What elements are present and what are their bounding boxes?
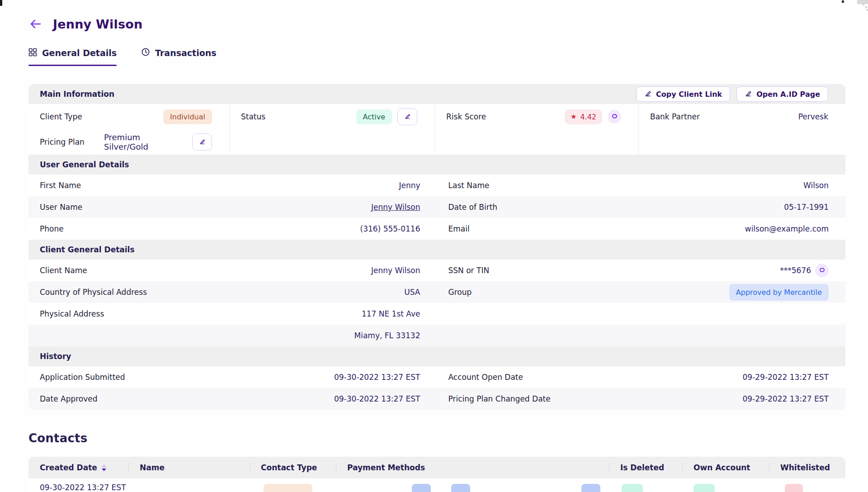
section-title: Client General Details <box>40 245 135 254</box>
column-header-created-date[interactable]: Created Date <box>28 457 128 478</box>
field-label: Email <box>448 224 470 233</box>
arrow-left-icon <box>29 17 42 32</box>
link-icon <box>819 267 826 274</box>
button-label: Open A.ID Page <box>756 90 820 99</box>
column-label: Is Deleted <box>620 463 664 472</box>
tab-transactions[interactable]: Transactions <box>141 47 216 66</box>
grid-icon <box>28 48 37 58</box>
contacts-title: Contacts <box>28 431 868 445</box>
bank-partner-value: Pervesk <box>798 112 828 121</box>
detail-row: Phone (316) 555-0116 Email wilson@exampl… <box>28 218 845 240</box>
field-label: User Name <box>40 203 82 212</box>
main-information-grid: Client Type Individual Status Active Ris… <box>28 104 845 155</box>
button-label: Copy Client Link <box>656 90 722 99</box>
tab-label: Transactions <box>155 48 216 58</box>
pencil-icon <box>644 90 651 99</box>
detail-row: Application Submitted 09-30-2022 13:27 E… <box>28 366 845 388</box>
field-label: Last Name <box>448 181 490 190</box>
sort-icon[interactable] <box>102 464 106 471</box>
detail-row: Client Name Jenny Wilson SSN or TIN ***5… <box>28 260 845 281</box>
field-label: Date Approved <box>40 394 98 403</box>
payment-method-badge <box>412 484 431 492</box>
contacts-table: Created Date Name Contact Type Payment M… <box>28 457 845 492</box>
aid-link-button[interactable] <box>815 264 829 277</box>
column-label: Contact Type <box>261 463 317 472</box>
field-value: Miamy, FL 33132 <box>354 331 420 340</box>
column-label: Name <box>140 463 165 472</box>
risk-score-value: 4.42 <box>580 113 596 121</box>
detail-row: Date Approved 09-30-2022 13:27 EST Prici… <box>28 388 845 410</box>
detail-row: Country of Physical Address USA Group Ap… <box>28 281 845 303</box>
field-label: Risk Score <box>446 112 486 121</box>
column-header-contact-type: Contact Type <box>250 457 336 478</box>
pencil-icon <box>404 113 411 121</box>
link-icon <box>611 114 618 120</box>
own-account-badge <box>693 484 715 492</box>
edit-status-button[interactable] <box>397 108 417 125</box>
field-label: Status <box>241 112 265 121</box>
created-date-cell: 09-30-2022 13:27 EST <box>40 483 126 492</box>
section-title: User General Details <box>40 160 129 169</box>
field-label: Client Type <box>40 112 82 121</box>
empty-cell <box>639 129 845 155</box>
back-button[interactable] <box>28 17 43 32</box>
pencil-icon <box>745 90 752 99</box>
group-badge: Approved by Mercantile <box>729 284 829 301</box>
detail-row: User Name Jenny Wilson Date of Birth 05-… <box>28 196 845 218</box>
details-card: Main Information Copy Client Link Open A… <box>28 84 845 410</box>
contacts-table-header: Created Date Name Contact Type Payment M… <box>28 457 845 478</box>
field-value: USA <box>404 288 420 297</box>
is-deleted-badge <box>622 484 643 492</box>
history-header: History <box>28 346 845 366</box>
field-label: Account Open Date <box>448 373 523 382</box>
tab-general-details[interactable]: General Details <box>28 47 117 66</box>
empty-cell <box>435 129 639 155</box>
section-title: Main Information <box>40 90 114 99</box>
field-label: Pricing Plan Changed Date <box>448 394 551 403</box>
pencil-icon <box>199 138 206 146</box>
field-label: Bank Partner <box>650 112 700 121</box>
field-value: 09-29-2022 13:27 EST <box>742 394 829 403</box>
edit-pricing-plan-button[interactable] <box>192 133 212 151</box>
user-name-link[interactable]: Jenny Wilson <box>371 203 420 212</box>
field-value: wilson@example.com <box>745 224 829 233</box>
table-row[interactable]: 09-30-2022 13:27 EST <box>28 478 845 492</box>
client-general-details-header: Client General Details <box>28 240 845 260</box>
field-value: 09-30-2022 13:27 EST <box>334 373 420 382</box>
field-label: Date of Birth <box>448 203 498 212</box>
field-value: 05-17-1991 <box>784 203 829 212</box>
column-label: Created Date <box>40 463 97 472</box>
column-label: Whitelisted <box>780 463 830 472</box>
risk-score-cell: Risk Score ★ 4.42 <box>435 104 639 129</box>
field-label: First Name <box>40 181 81 190</box>
field-label: SSN or TIN <box>448 266 490 275</box>
column-header-name: Name <box>128 457 250 478</box>
column-header-own-account: Own Account <box>682 457 769 478</box>
field-label: Pricing Plan <box>40 137 104 147</box>
field-value: Wilson <box>803 181 829 190</box>
field-value: Jenny Wilson <box>371 266 420 275</box>
client-type-cell: Client Type Individual <box>28 104 230 129</box>
risk-score-badge: ★ 4.42 <box>565 109 602 124</box>
field-value: Jenny <box>399 181 420 190</box>
field-label: Phone <box>40 224 64 233</box>
tab-bar: General Details Transactions <box>28 47 868 66</box>
star-icon: ★ <box>571 114 576 120</box>
field-label: Client Name <box>40 266 87 275</box>
client-type-badge: Individual <box>163 109 212 124</box>
column-label: Payment Methods <box>347 463 425 472</box>
field-value: 117 NE 1st Ave <box>362 309 420 318</box>
status-badge: Active <box>356 109 392 124</box>
section-title: History <box>40 352 71 361</box>
open-aid-page-button[interactable]: Open A.ID Page <box>736 86 828 102</box>
detail-row: Physical Address 117 NE 1st Ave <box>28 303 845 325</box>
ssn-value: ***5676 <box>780 266 811 275</box>
field-value: (316) 555-0116 <box>360 224 420 233</box>
aid-link-button[interactable] <box>608 110 621 123</box>
copy-client-link-button[interactable]: Copy Client Link <box>636 86 730 102</box>
client-details-page: { "page": { "title": "Jenny Wilson" }, "… <box>0 0 868 492</box>
whitelisted-badge <box>785 484 803 492</box>
field-label: Country of Physical Address <box>40 288 147 297</box>
detail-row: Miamy, FL 33132 <box>28 325 845 346</box>
column-label: Own Account <box>693 463 750 472</box>
